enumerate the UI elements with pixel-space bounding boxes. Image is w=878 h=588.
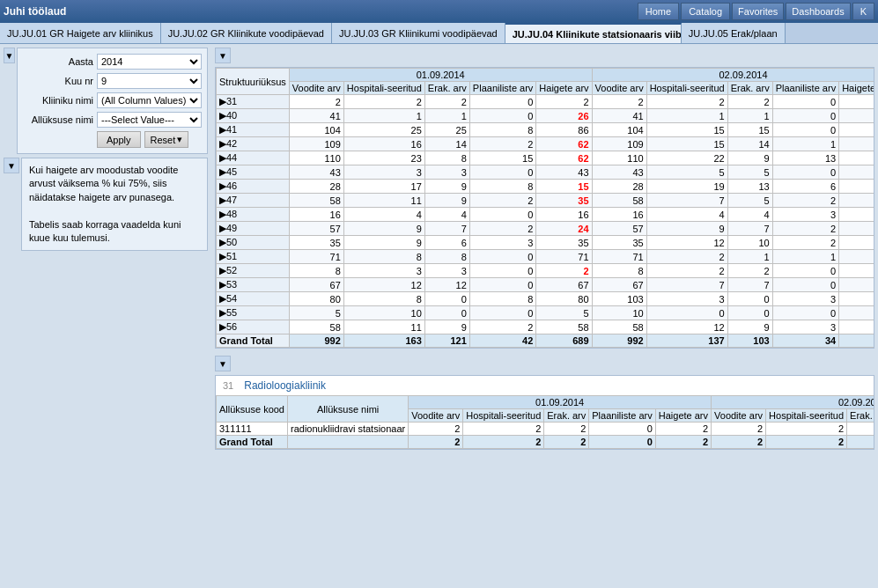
strukt-header: Struktuuriüksus bbox=[217, 69, 290, 95]
tab-3[interactable]: JU.JU.04 Kliinikute statsionaaris viibiv… bbox=[505, 23, 682, 43]
col-hosp1: Hospitali-seeritud bbox=[343, 82, 424, 95]
grand-total-row: Grand Total222022220420000 bbox=[217, 436, 875, 449]
s2-date2-header: 02.09.2014 bbox=[712, 396, 874, 409]
section2-table-container: 31 Radioloogiakliinik Allüksuse kood All… bbox=[215, 375, 874, 450]
section2-table: Allüksuse kood Allüksuse nimi 01.09.2014… bbox=[216, 395, 874, 449]
table-row: ▶47581192355875238581010038 bbox=[217, 194, 875, 208]
col-erak1: Erak. arv bbox=[424, 82, 469, 95]
info-collapse-btn[interactable]: ▼ bbox=[4, 158, 19, 173]
col-plaan1: Plaaniliste arv bbox=[469, 82, 535, 95]
s2-nimi-header: Allüksuse nimi bbox=[288, 396, 409, 423]
tab-4[interactable]: JU.JU.05 Erak/plaan bbox=[682, 23, 786, 43]
s2-date1-header: 01.09.2014 bbox=[409, 396, 712, 409]
tab-2[interactable]: JU.JU.03 GR Kliinikumi voodipäevad bbox=[332, 23, 505, 43]
filter-kliiniku: Kliiniku nimi (All Column Values) bbox=[23, 92, 202, 108]
top-navigation: Juhi töölaud Home Catalog Favorites Dash… bbox=[0, 0, 878, 23]
app-title: Juhi töölaud bbox=[4, 5, 66, 18]
table-row: ▶51718807171211688644067 bbox=[217, 250, 875, 264]
date2-header: 02.09.2014 bbox=[592, 69, 874, 82]
section1-table: Struktuuriüksus 01.09.2014 02.09.2014 03… bbox=[216, 68, 874, 348]
s2-kood-header: Allüksuse kood bbox=[217, 396, 288, 423]
table-row: ▶45433304343550434332145 bbox=[217, 165, 875, 180]
col-haigete1: Haigete arv bbox=[536, 82, 592, 95]
col-voodite1: Voodite arv bbox=[289, 82, 343, 95]
table-row: ▶44110238156211022913711102662085 bbox=[217, 151, 875, 165]
filter-kuu: Kuu nr 9 bbox=[23, 73, 202, 89]
left-panel: ▼ Aasta 2014 Kuu nr 9 bbox=[0, 44, 211, 588]
filter-panel: Aasta 2014 Kuu nr 9 Kliiniku nimi bbox=[17, 48, 208, 154]
filter-aasta: Aasta 2014 bbox=[23, 54, 202, 70]
filter-collapse-btn[interactable]: ▼ bbox=[4, 48, 15, 63]
kuu-label: Kuu nr bbox=[23, 76, 93, 86]
alluksuse-select[interactable]: ---Select Value--- bbox=[97, 112, 202, 128]
table-row: ▶565811925858129353531313060 bbox=[217, 320, 875, 334]
catalog-button[interactable]: Catalog bbox=[681, 3, 730, 20]
col-haigete2: Haigete arv bbox=[839, 82, 874, 95]
date1-header: 01.09.2014 bbox=[289, 69, 592, 82]
kliiniku-label: Kliiniku nimi bbox=[23, 95, 93, 106]
dashboards-button[interactable]: Dashboards bbox=[786, 3, 850, 20]
table-row: ▶5035963353512102373797240 bbox=[217, 236, 875, 250]
tab-bar: JU.JU.01 GR Haigete arv kliinikus JU.JU.… bbox=[0, 23, 878, 44]
table-row: ▶31222022220420004 bbox=[217, 95, 875, 109]
tab-1[interactable]: JU.JU.02 GR Kliinikute voodipäevad bbox=[161, 23, 332, 43]
tab-0[interactable]: JU.JU.01 GR Haigete arv kliinikus bbox=[0, 23, 161, 43]
reset-dropdown-icon: ▾ bbox=[177, 134, 182, 145]
table-row: ▶5480808801033038310320284 bbox=[217, 292, 875, 306]
section2-clinic-name: Radioloogiakliinik bbox=[244, 379, 326, 392]
table-row: ▶52833028220284404 bbox=[217, 264, 875, 278]
k-button[interactable]: K bbox=[852, 3, 874, 20]
main-area: ▼ Aasta 2014 Kuu nr 9 bbox=[0, 44, 878, 588]
table-row: ▶536712120676777067621818067 bbox=[217, 278, 875, 292]
filter-buttons: Apply Reset ▾ bbox=[23, 131, 202, 148]
table-row: ▶42109161426210915141701091714369 bbox=[217, 137, 875, 151]
col-voodite2: Voodite arv bbox=[592, 82, 646, 95]
alluksuse-label: Allüksuse nimi bbox=[23, 114, 93, 125]
col-plaan2: Plaaniliste arv bbox=[772, 82, 838, 95]
table-row: ▶41104252588610415150911041714091 bbox=[217, 123, 875, 137]
grand-total-row: Grand Total99216312142689992137103347249… bbox=[217, 334, 875, 348]
aasta-select[interactable]: 2014 bbox=[97, 54, 202, 70]
section2-collapse-btn[interactable]: ▼ bbox=[215, 356, 231, 371]
table-row: ▶55510005100003101102 bbox=[217, 306, 875, 320]
home-button[interactable]: Home bbox=[638, 3, 679, 20]
kliiniku-select[interactable]: (All Column Values) bbox=[97, 92, 202, 108]
info-panel: Kui haigete arv moodustab voodite arvust… bbox=[21, 158, 208, 251]
col-erak2: Erak. arv bbox=[727, 82, 772, 95]
section1-table-container: Struktuuriüksus 01.09.2014 02.09.2014 03… bbox=[215, 67, 874, 349]
reset-button[interactable]: Reset ▾ bbox=[144, 131, 189, 148]
favorites-button[interactable]: Favorites bbox=[732, 3, 784, 20]
table-row: ▶4628179815281913620281951421 bbox=[217, 180, 875, 194]
col-hosp2: Hospitali-seeritud bbox=[646, 82, 727, 95]
aasta-label: Aasta bbox=[23, 56, 93, 67]
apply-button[interactable]: Apply bbox=[97, 131, 141, 148]
info-text: Kui haigete arv moodustab voodite arvust… bbox=[22, 158, 207, 250]
section2-clinic-id: 31 bbox=[223, 380, 233, 391]
table-row: 311111radionukliidravi statsionaar222022… bbox=[217, 423, 875, 436]
filter-alluksuse: Allüksuse nimi ---Select Value--- bbox=[23, 112, 202, 128]
kuu-select[interactable]: 9 bbox=[97, 73, 202, 89]
right-content: ▼ Struktuuriüksus 01.09.2014 02.09.2014 … bbox=[211, 44, 878, 588]
table-row: ▶4816440161644311644022 bbox=[217, 208, 875, 222]
table-row: ▶4957972245797228571410434 bbox=[217, 222, 875, 236]
nav-buttons: Home Catalog Favorites Dashboards K bbox=[638, 3, 874, 20]
table-row: ▶40411102641110314100027 bbox=[217, 109, 875, 123]
section1-collapse-btn[interactable]: ▼ bbox=[215, 48, 231, 63]
